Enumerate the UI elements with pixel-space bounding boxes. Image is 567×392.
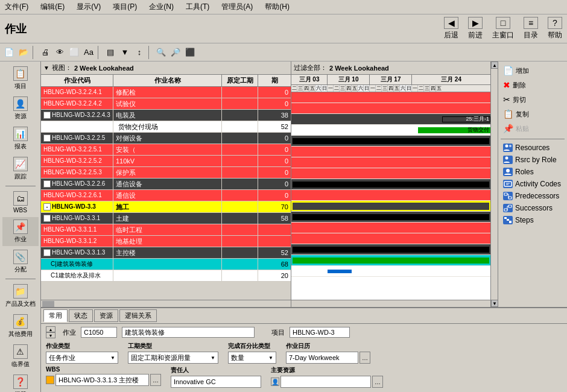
sidebar-item-wbs[interactable]: 🗂 WBS [2, 189, 39, 216]
table-row[interactable]: HBLNG-WD-3.2.2.6.1 通信设 0 [41, 190, 291, 201]
sidebar-item-project[interactable]: 📋 项目 [2, 64, 39, 93]
menu-tools[interactable]: 工具(T) [183, 1, 212, 13]
sidebar-item-threshold[interactable]: ⚠ 临界值 [2, 342, 39, 371]
activity-name-input[interactable] [122, 327, 255, 338]
tb-zoom-out[interactable]: 🔎 [169, 46, 182, 59]
tab-logic[interactable]: 逻辑关系 [119, 309, 157, 322]
chart-hscroll[interactable] [291, 300, 490, 307]
expand-icon[interactable]: - [43, 203, 51, 210]
th-name[interactable]: 作业名称 [113, 75, 222, 86]
menu-edit[interactable]: 编辑(E) [38, 1, 67, 13]
table-row[interactable]: C1建筑给水及排水 20 [41, 270, 291, 282]
duration-type-combo[interactable]: 固定工期和资源用量 ▼ [128, 352, 218, 364]
th-dur[interactable]: 原定工期 [222, 75, 258, 86]
tab-common[interactable]: 常用 [43, 309, 68, 322]
tb-layout[interactable]: ⬜ [68, 46, 81, 59]
menu-enterprise[interactable]: 企业(N) [147, 1, 176, 13]
resource-input[interactable] [280, 376, 371, 388]
roles-button[interactable]: Roles [501, 166, 565, 178]
expand-icon[interactable]: - [43, 180, 51, 188]
project-id-input[interactable] [290, 327, 350, 338]
resources-button[interactable]: Resources [501, 142, 565, 154]
delete-button[interactable]: ✖ 删除 [501, 78, 565, 92]
menu-admin[interactable]: 管理员(A) [219, 1, 255, 13]
wbs-input[interactable]: HBLNG-WD-3.3.1.3 主控楼 [55, 374, 149, 386]
forward-button[interactable]: ▶ 前进 [468, 17, 483, 40]
scroll-thumb[interactable] [42, 301, 54, 307]
sidebar-item-track[interactable]: 📈 跟踪 [2, 154, 39, 183]
sidebar-item-report[interactable]: 📊 报表 [2, 124, 39, 153]
add-button[interactable]: 📄 增加 [501, 64, 565, 77]
table-row[interactable]: -HBLNG-WD-3.3.1 土建 58 [41, 213, 291, 224]
table-row[interactable]: HBLNG-WD-3.2.2.5.3 保护系 0 [41, 167, 291, 179]
table-row[interactable]: HBLNG-WD-3.2.2.4.2 试验仪 0 [41, 98, 291, 110]
table-scrollbar[interactable] [41, 300, 291, 307]
rsrc-by-role-button[interactable]: Rsrc by Role [501, 154, 565, 166]
steps-button[interactable]: Steps [501, 214, 565, 226]
menu-file[interactable]: 文件(F) [2, 1, 31, 13]
table-row[interactable]: -HBLNG-WD-3.2.2.4.3 电装及 38 [41, 110, 291, 121]
tb-new[interactable]: 📄 [2, 46, 16, 59]
tb-zoom-in[interactable]: 🔍 [154, 46, 168, 59]
chart-body[interactable]: 25:三月-1 货物交付 [291, 92, 490, 300]
sidebar-item-issue[interactable]: ❓ 问题 [2, 372, 39, 392]
tb-filter[interactable]: ▼ [118, 46, 131, 59]
pct-type-combo[interactable]: 数量 ▼ [228, 352, 276, 364]
predecessors-button[interactable]: Predecessors [501, 190, 565, 202]
sidebar-item-activity[interactable]: 📌 作业 [2, 217, 39, 246]
catalog-button[interactable]: ≡ 目录 [524, 17, 538, 40]
back-button[interactable]: ◀ 后退 [444, 17, 458, 40]
nav-up-button[interactable]: ▲ [46, 326, 55, 332]
main-window-button[interactable]: □ 主窗口 [492, 17, 514, 40]
tb-format[interactable]: Aa [82, 46, 95, 59]
vscroll[interactable]: ▲ ▼ [490, 62, 498, 307]
th-period[interactable]: 期 [258, 75, 291, 86]
table-row[interactable]: 货物交付现场 52 [41, 121, 291, 133]
calendar-combo[interactable]: 7-Day Workweek [286, 352, 358, 364]
resource-browse-button[interactable]: … [372, 376, 383, 388]
table-row[interactable]: HBLNG-WD-3.3.1.2 地基处理 [41, 236, 291, 247]
paste-button[interactable]: 📌 粘贴 [501, 122, 565, 135]
tab-status[interactable]: 状态 [69, 309, 93, 322]
table-row[interactable]: -HBLNG-WD-3.2.2.5 对侧设备 0 [41, 133, 291, 144]
wbs-browse-button[interactable]: … [150, 374, 161, 386]
activity-id-input[interactable] [81, 327, 117, 338]
sidebar-item-resource[interactable]: 👤 资源 [2, 94, 39, 123]
table-row[interactable]: HBLNG-WD-3.3.1.1 临时工程 [41, 224, 291, 236]
activity-codes-button[interactable]: Activity Codes [501, 178, 565, 190]
expand-icon[interactable]: - [43, 112, 51, 119]
help-button[interactable]: ? 帮助 [548, 17, 562, 40]
activity-type-combo[interactable]: 任务作业 ▼ [46, 352, 118, 364]
owner-input[interactable]: Innovative GC [171, 376, 261, 388]
successors-button[interactable]: Successors [501, 202, 565, 214]
th-code[interactable]: 作业代码 [41, 75, 113, 86]
table-row[interactable]: HBLNG-WD-3.2.2.5.2 110kV 0 [41, 156, 291, 167]
tb-fit[interactable]: ⬛ [183, 46, 197, 59]
tb-preview[interactable]: 👁 [53, 46, 66, 59]
table-row[interactable]: HBLNG-WD-3.2.2.4.1 修配检 0 [41, 87, 291, 98]
cut-button[interactable]: ✂ 剪切 [501, 93, 565, 106]
table-row[interactable]: C|建筑装饰装修 68 [41, 259, 291, 270]
menu-help[interactable]: 帮助(H) [262, 1, 292, 13]
copy-button[interactable]: 📋 复制 [501, 107, 565, 121]
sidebar-item-expense[interactable]: 💰 其他费用 [2, 312, 39, 341]
table-row[interactable]: -HBLNG-WD-3.2.2.6 通信设备 0 [41, 179, 291, 190]
expand-icon[interactable]: - [43, 249, 51, 256]
tb-print[interactable]: 🖨 [39, 46, 52, 59]
tab-resource[interactable]: 资源 [94, 309, 118, 322]
scroll-track[interactable] [491, 69, 498, 300]
expand-icon[interactable]: - [43, 134, 51, 142]
tb-sort[interactable]: ↕ [133, 46, 146, 59]
calendar-browse-button[interactable]: … [360, 352, 370, 364]
nav-down-button[interactable]: ▼ [46, 332, 55, 338]
table-row[interactable]: -HBLNG-WD-3.3.1.3 主控楼 52 [41, 247, 291, 259]
tb-group[interactable]: ▤ [104, 46, 117, 59]
tb-open[interactable]: 📂 [17, 46, 30, 59]
sidebar-item-docs[interactable]: 📁 产品及文档 [2, 282, 39, 311]
menu-project[interactable]: 项目(P) [110, 1, 139, 13]
table-row[interactable]: HBLNG-WD-3.2.2.5.1 安装（ 0 [41, 144, 291, 156]
menu-view[interactable]: 显示(V) [74, 1, 103, 13]
expand-icon[interactable]: - [43, 215, 51, 222]
sidebar-item-assign[interactable]: 📎 分配 [2, 247, 39, 276]
table-row[interactable]: -HBLNG-WD-3.3 施工 70 [41, 201, 291, 213]
